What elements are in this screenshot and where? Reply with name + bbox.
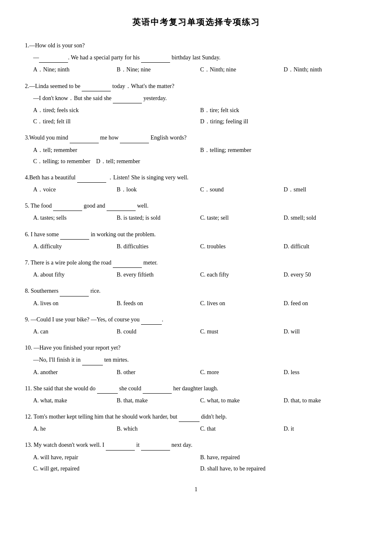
q3-options: A．tell; remember B．telling; remember C．t… [33,145,367,167]
q10-option-c: C. more [200,367,284,377]
q9-option-c: C. must [200,326,284,337]
q6-option-d: D. difficult [284,241,367,252]
q10-line2: —No, I'll finish it in ten mirtes. [33,355,367,365]
question-11: 11. She said that she would do she could… [25,383,367,406]
q10-option-d: D. less [284,367,367,377]
q11-option-c: C. what, to make [200,395,284,406]
q6-option-b: B. difficulties [117,241,200,252]
q10-options: A. another B. other C. more D. less [33,367,367,377]
q1-option-a: A．Nine; ninth [33,64,117,75]
question-1: 1.—How old is your son? —. We had a spec… [25,40,367,75]
q13-option-a: A. will have, repair [33,452,200,463]
q10-line1: 10. —Have you finished your report yet? [25,343,367,353]
q1-option-c: C．Ninth; nine [200,64,284,75]
question-8: 8. Southerners rice. A. lives on B. feed… [25,286,367,308]
q1-options: A．Nine; ninth B．Nine; nine C．Ninth; nine… [33,64,367,75]
question-13: 13. My watch doesn't work well. I it nex… [25,440,367,474]
q13-option-b: B. have, repaired [200,452,368,463]
q9-line1: 9. —Could I use your bike? —Yes, of cour… [25,314,367,325]
q12-option-c: C. that [200,424,284,434]
q1-line1: 1.—How old is your son? [25,40,367,51]
q5-line1: 5. The food good and well. [25,201,367,211]
q4-option-c: C．sound [200,184,284,195]
q12-option-d: D. it [284,424,367,434]
question-4: 4.Beth has a beautiful ．Listen! She is s… [25,172,367,195]
q8-option-b: B. feeds on [117,298,200,309]
q1-line2: —. We had a special party for his birthd… [33,52,367,63]
q2-option-a: A．tired; feels sick [33,105,200,115]
q8-option-c: C. lives on [200,298,284,309]
q8-option-a: A. lives on [33,298,117,309]
question-9: 9. —Could I use your bike? —Yes, of cour… [25,314,367,337]
q7-option-b: B. every fiftieth [117,269,200,280]
q11-option-a: A. what, make [33,395,117,406]
q7-option-c: C. each fifty [200,269,284,280]
q11-option-d: D. that, to make [284,395,367,406]
question-12: 12. Tom's mother kept telling him that h… [25,411,367,434]
q1-option-b: B．Nine; nine [117,64,200,75]
q4-option-a: A．voice [33,184,117,195]
q12-options: A. he B. which C. that D. it [33,424,367,434]
q9-options: A. can B. could C. must D. will [33,326,367,337]
q2-line1: 2.—Linda seemed to be today．What's the m… [25,81,367,91]
q2-line2: —I don't know．But she said she yesterday… [33,93,367,103]
q2-options: A．tired; feels sick B．tire; felt sick C．… [33,105,367,127]
q6-options: A. difficulty B. difficulties C. trouble… [33,241,367,252]
q6-option-a: A. difficulty [33,241,117,252]
q7-option-d: D. every 50 [284,269,367,280]
q7-option-a: A. about fifty [33,269,117,280]
question-10: 10. —Have you finished your report yet? … [25,343,367,377]
q4-options: A．voice B．look C．sound D．smell [33,184,367,195]
q13-options: A. will have, repair B. have, repaired C… [33,452,367,474]
q8-line1: 8. Southerners rice. [25,286,367,296]
q6-line1: 6. I have some in working out the proble… [25,229,367,240]
q9-option-a: A. can [33,326,117,337]
q2-option-b: B．tire; felt sick [200,105,368,115]
q10-option-a: A. another [33,367,117,377]
q11-option-b: B. that, make [117,395,200,406]
q4-option-b: B．look [117,184,200,195]
q5-options: A. tastes; sells B. is tasted; is sold C… [33,213,367,223]
q5-option-a: A. tastes; sells [33,213,117,223]
q8-option-d: D. feed on [284,298,367,309]
q12-option-b: B. which [117,424,200,434]
question-3: 3.Would you mind me how English words? A… [25,132,367,167]
question-5: 5. The food good and well. A. tastes; se… [25,201,367,223]
q7-options: A. about fifty B. every fiftieth C. each… [33,269,367,280]
q2-option-d: D．tiring; feeling ill [200,116,368,127]
q3-option-a: A．tell; remember [33,145,200,155]
q9-option-b: B. could [117,326,200,337]
q6-option-c: C. troubles [200,241,284,252]
q3-option-b: B．telling; remember [200,145,368,155]
q1-option-d: D．Ninth; ninth [284,64,367,75]
q11-options: A. what, make B. that, make C. what, to … [33,395,367,406]
q12-option-a: A. he [33,424,117,434]
q2-option-c: C．tired; felt ill [33,116,200,127]
page-number: 1 [25,486,367,493]
q9-option-d: D. will [284,326,367,337]
q13-line1: 13. My watch doesn't work well. I it nex… [25,440,367,450]
q4-option-d: D．smell [284,184,367,195]
q5-option-c: C. taste; sell [200,213,284,223]
question-7: 7. There is a wire pole along the road m… [25,257,367,280]
question-6: 6. I have some in working out the proble… [25,229,367,252]
q12-line1: 12. Tom's mother kept telling him that h… [25,411,367,422]
q5-option-b: B. is tasted; is sold [117,213,200,223]
q11-line1: 11. She said that she would do she could… [25,383,367,394]
q3-line1: 3.Would you mind me how English words? [25,132,367,143]
q13-option-d: D. shall have, to be repaired [200,463,368,474]
q10-option-b: B. other [117,367,200,377]
q13-option-c: C. will get, repaired [33,463,200,474]
q4-line1: 4.Beth has a beautiful ．Listen! She is s… [25,172,367,183]
questions-container: 1.—How old is your son? —. We had a spec… [25,40,367,474]
page-title: 英语中考复习单项选择专项练习 [25,17,367,28]
q5-option-d: D. smell; sold [284,213,367,223]
q3-option-c: C．telling; to remember D．tell; remember [33,156,200,167]
question-2: 2.—Linda seemed to be today．What's the m… [25,81,367,127]
q7-line1: 7. There is a wire pole along the road m… [25,257,367,268]
q8-options: A. lives on B. feeds on C. lives on D. f… [33,298,367,309]
